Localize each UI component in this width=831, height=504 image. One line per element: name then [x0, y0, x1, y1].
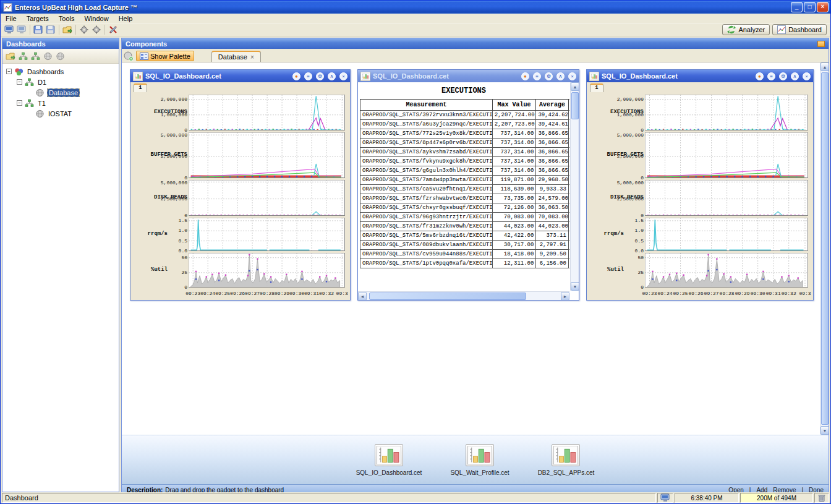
gadget-menu-button[interactable]: ≡ [767, 72, 775, 80]
tree-item-database[interactable]: Database [2, 87, 119, 98]
sphere-icon[interactable] [42, 51, 53, 61]
table-row[interactable]: ORAPROD/SQL_STATS/fr31mzzknv0wh/EXECUTIO… [360, 222, 570, 231]
menu-item-file[interactable]: File [1, 14, 22, 23]
table-col-header[interactable]: Max Value [492, 100, 536, 111]
tab-database[interactable]: Database × [211, 51, 261, 62]
table-vertical-scrollbar[interactable]: ▲ ▼ [570, 82, 579, 291]
table-row[interactable]: ORAPROD/SQL_STATS/1ptv0pqq0xafa/EXECUTIO… [360, 259, 570, 268]
gadget-title-bar[interactable]: SQL_IO_Dashboard.cet ● ≡ ⚙ ∧ × [587, 70, 813, 82]
menu-item-targets[interactable]: Targets [22, 14, 54, 23]
gadget-close-button[interactable]: × [339, 72, 347, 80]
table-row[interactable]: ORAPROD/SQL_STATS/5ms6rbzdnq16t/EXECUTIO… [360, 231, 570, 241]
palette-gadget-db2-sql-apps-cet[interactable]: DB2_SQL_APPs.cet [538, 444, 595, 476]
gadget-menu-button[interactable]: ≡ [304, 72, 312, 80]
menu-item-help[interactable]: Help [114, 14, 138, 23]
scroll-right-icon[interactable]: ► [561, 292, 569, 300]
disconnect-target-icon[interactable] [16, 25, 27, 35]
gadget-tools-button[interactable]: ⚙ [316, 72, 324, 80]
table-row[interactable]: ORAPROD/SQL_STATS/cv959u044n88s/EXECUTIO… [360, 250, 570, 259]
table-col-header[interactable]: Average [536, 100, 568, 111]
tree-item-d1[interactable]: −D1 [2, 77, 119, 87]
gadget-close-button[interactable]: × [568, 72, 576, 80]
gadget-tab-1[interactable]: 1 [590, 83, 603, 92]
menu-item-window[interactable]: Window [80, 14, 114, 23]
table-row[interactable]: ORAPROD/SQL_STATS/089dbukvlaanh/EXECUTIO… [360, 241, 570, 250]
chart-plot [645, 180, 808, 216]
add-node-icon[interactable] [17, 51, 28, 61]
gadget-close-button[interactable]: × [803, 72, 811, 80]
gadget-title-bar[interactable]: SQL_IO_Dashboard.cet ● ≡ ⚙ ∧ × [358, 70, 579, 82]
tree-expander-icon[interactable]: − [17, 100, 22, 106]
table-row[interactable]: ORAPROD/SQL_STATS/g6guln3x0hlh4/EXECUTIO… [360, 166, 570, 176]
table-cell: ORAPROD/SQL_STATS/fvkynu9xgck8h/EXECUTIO… [360, 157, 493, 166]
gadget-collapse-button[interactable]: ∧ [791, 72, 799, 80]
gadget-add-icon[interactable] [123, 51, 134, 61]
open-dashboard-icon[interactable] [5, 51, 16, 61]
add-node2-icon[interactable] [30, 51, 41, 61]
tree-item-dashboards[interactable]: −Dashboards [2, 66, 119, 77]
gadget-tools-button[interactable]: ⚙ [545, 72, 553, 80]
scroll-down-icon[interactable]: ▼ [571, 282, 579, 291]
gadget-palette: SQL_IO_Dashboard.cetSQL_Wait_Profile.cet… [122, 435, 829, 484]
gadget-menu-button[interactable]: ≡ [533, 72, 541, 80]
save-all-icon[interactable] [45, 25, 56, 35]
scroll-up-icon[interactable]: ▲ [571, 82, 579, 91]
tools-configure-icon[interactable] [108, 25, 119, 35]
gadget-collapse-button[interactable]: ∧ [328, 72, 336, 80]
table-row[interactable]: ORAPROD/SQL_STATS/fzrshwabvtwc0/EXECUTIO… [360, 194, 570, 203]
gadget-sql-io-left: SQL_IO_Dashboard.cet ● ≡ ⚙ ∧ × 1 EXECUTI… [130, 69, 351, 301]
table-row[interactable]: ORAPROD/SQL_STATS/96g93hntrzjtr/EXECUTIO… [360, 213, 570, 222]
gadget-collapse-button[interactable]: ∧ [556, 72, 565, 80]
tab-close-icon[interactable]: × [250, 54, 254, 61]
tree-expander-icon[interactable]: − [6, 69, 12, 74]
panel-minimize-icon[interactable] [817, 41, 825, 47]
dashboard-button[interactable]: Dashboard [772, 24, 827, 35]
record-button[interactable]: ● [756, 72, 764, 80]
canvas-vertical-scrollbar[interactable]: ▲ ▼ [820, 62, 829, 435]
tree-item-t1[interactable]: −T1 [2, 98, 119, 108]
gadget-tools-button[interactable]: ⚙ [779, 72, 787, 80]
save-icon[interactable] [33, 25, 44, 35]
table-row[interactable]: ORAPROD/SQL_STATS/ca5vu20fhtnq1/EXECUTIO… [360, 185, 570, 194]
maximize-button[interactable]: □ [804, 2, 816, 12]
table-row[interactable]: ORAPROD/SQL_STATS/7am4w4pp3nwta/EXECUTIO… [360, 176, 570, 185]
gc-trash-cell[interactable] [814, 493, 829, 503]
scroll-left-icon[interactable]: ◄ [358, 292, 367, 300]
gadget-tab-1[interactable]: 1 [134, 83, 147, 92]
tree-expander-icon[interactable]: − [17, 79, 22, 85]
scroll-down-icon[interactable]: ▼ [820, 426, 829, 435]
show-palette-button[interactable]: Show Palette [136, 51, 194, 61]
table-horizontal-scrollbar[interactable]: ◄ ► [358, 291, 569, 300]
table-title: EXECUTIONS [358, 82, 569, 99]
menu-item-tools[interactable]: Tools [54, 14, 80, 23]
palette-gadget-sql-io-dashboard-cet[interactable]: SQL_IO_Dashboard.cet [356, 444, 422, 476]
settings-gear-icon[interactable] [79, 25, 90, 35]
scroll-up-icon[interactable]: ▲ [820, 62, 829, 71]
table-row[interactable]: ORAPROD/SQL_STATS/aykvshm7zsabd/EXECUTIO… [360, 148, 570, 157]
table-row[interactable]: ORAPROD/SQL_STATS/fvkynu9xgck8h/EXECUTIO… [360, 157, 570, 166]
table-row[interactable]: ORAPROD/SQL_STATS/a6u3yjca29nqc/EXECUTIO… [360, 120, 570, 129]
main-area: Dashboards −Dashboards−D1Database−T1IOST… [1, 36, 830, 492]
gadget-title-bar[interactable]: SQL_IO_Dashboard.cet ● ≡ ⚙ ∧ × [130, 70, 350, 82]
minimize-button[interactable]: _ [791, 2, 803, 12]
table-row[interactable]: ORAPROD/SQL_STATS/8p447s6p0rv6b/EXECUTIO… [360, 139, 570, 148]
sphere-remove-icon[interactable] [54, 51, 66, 61]
tree-item-iostat[interactable]: IOSTAT [2, 108, 119, 119]
table-col-header[interactable]: Measurement [360, 100, 493, 111]
memory-indicator[interactable]: 200M of 494M [740, 493, 813, 503]
close-button[interactable]: × [817, 2, 829, 12]
export-folder-icon[interactable] [62, 25, 73, 35]
connect-target-icon[interactable] [4, 25, 15, 35]
analyzer-button[interactable]: Analyzer [722, 24, 770, 35]
table-row[interactable]: ORAPROD/SQL_STATS/chsyr0gssbuqf/EXECUTIO… [360, 203, 570, 213]
table-cell: ORAPROD/SQL_STATS/fzrshwabvtwc0/EXECUTIO… [360, 194, 493, 203]
record-button[interactable]: ● [292, 72, 300, 80]
table-row[interactable]: ORAPROD/SQL_STATS/3972rvxu3knn3/EXECUTIO… [360, 111, 570, 120]
table-cell: 30,717.00 [492, 241, 536, 250]
table-col-header[interactable]: Co [568, 100, 569, 111]
record-button[interactable]: ● [521, 72, 529, 80]
settings-gear2-icon[interactable] [91, 25, 102, 35]
table-row[interactable]: ORAPROD/SQL_STATS/772s25v1y0x8k/EXECUTIO… [360, 129, 570, 139]
status-time: 6:38:40 PM [675, 493, 739, 503]
palette-gadget-sql-wait-profile-cet[interactable]: SQL_Wait_Profile.cet [450, 444, 509, 476]
